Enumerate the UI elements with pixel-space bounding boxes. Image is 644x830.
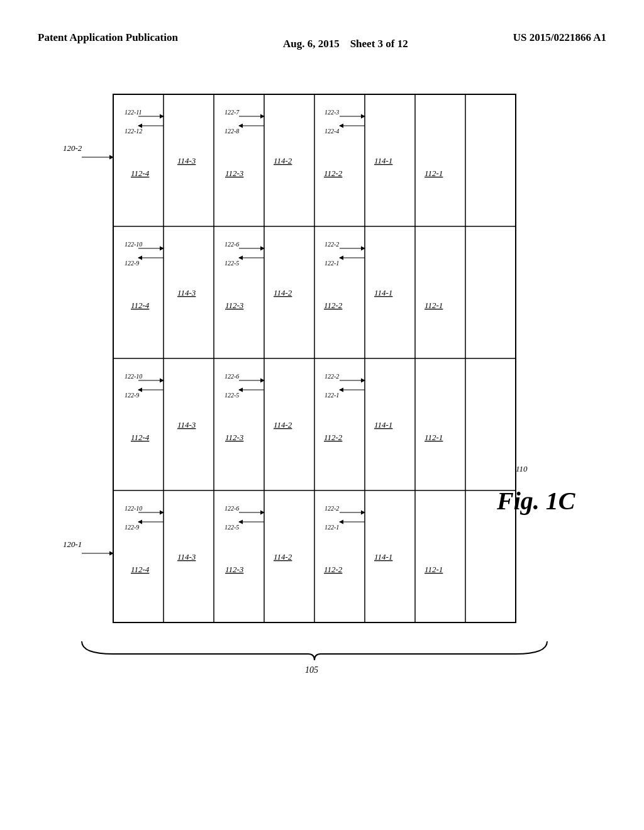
publication-date: Aug. 6, 2015 Sheet 3 of 12 (283, 30, 408, 52)
svg-text:112-3: 112-3 (225, 301, 244, 310)
svg-text:112-1: 112-1 (425, 301, 443, 310)
svg-text:122-4: 122-4 (325, 128, 339, 135)
svg-text:122-5: 122-5 (225, 260, 239, 267)
publication-number: US 2015/0221866 A1 (513, 30, 606, 45)
svg-text:122-1: 122-1 (325, 524, 339, 531)
svg-text:122-6: 122-6 (225, 505, 239, 512)
svg-text:122-7: 122-7 (225, 109, 240, 116)
svg-text:122-3: 122-3 (325, 109, 339, 116)
svg-text:114-1: 114-1 (374, 288, 392, 297)
svg-text:112-3: 112-3 (225, 565, 244, 574)
svg-text:122-6: 122-6 (225, 373, 239, 380)
svg-text:114-2: 114-2 (274, 288, 292, 297)
svg-text:112-2: 112-2 (324, 565, 343, 574)
svg-text:122-1: 122-1 (325, 392, 339, 399)
svg-text:112-3: 112-3 (225, 169, 244, 178)
svg-text:114-3: 114-3 (177, 420, 196, 429)
svg-text:112-2: 112-2 (324, 169, 343, 178)
svg-text:122-6: 122-6 (225, 241, 239, 248)
svg-text:114-3: 114-3 (177, 552, 196, 562)
svg-text:112-4: 112-4 (131, 301, 150, 310)
svg-text:114-3: 114-3 (177, 288, 196, 297)
svg-text:105: 105 (305, 665, 318, 675)
page-header: Patent Application Publication Aug. 6, 2… (0, 30, 644, 52)
svg-text:112-2: 112-2 (324, 301, 343, 310)
svg-text:122-12: 122-12 (125, 128, 142, 135)
svg-text:122-1: 122-1 (325, 260, 339, 267)
svg-text:112-4: 112-4 (131, 169, 150, 178)
svg-text:114-3: 114-3 (177, 156, 196, 165)
svg-text:122-9: 122-9 (125, 260, 139, 267)
svg-text:120-1: 120-1 (63, 540, 82, 549)
svg-text:112-4: 112-4 (131, 565, 150, 574)
svg-text:122-10: 122-10 (125, 373, 142, 380)
svg-text:122-5: 122-5 (225, 524, 239, 531)
svg-text:114-1: 114-1 (374, 552, 392, 562)
svg-text:112-2: 112-2 (324, 433, 343, 442)
publication-title: Patent Application Publication (38, 30, 178, 45)
svg-text:122-10: 122-10 (125, 241, 142, 248)
svg-text:112-1: 112-1 (425, 565, 443, 574)
svg-text:122-5: 122-5 (225, 392, 239, 399)
svg-text:122-2: 122-2 (325, 241, 339, 248)
svg-text:110: 110 (516, 464, 528, 473)
svg-text:112-1: 112-1 (425, 433, 443, 442)
svg-text:122-8: 122-8 (225, 128, 239, 135)
svg-text:112-3: 112-3 (225, 433, 244, 442)
svg-text:122-9: 122-9 (125, 392, 139, 399)
svg-text:114-2: 114-2 (274, 156, 292, 165)
svg-text:112-1: 112-1 (425, 169, 443, 178)
svg-text:114-1: 114-1 (374, 156, 392, 165)
svg-text:122-11: 122-11 (125, 109, 142, 116)
svg-text:Fig. 1C: Fig. 1C (496, 487, 576, 515)
svg-text:120-2: 120-2 (63, 143, 82, 153)
svg-text:122-9: 122-9 (125, 524, 139, 531)
svg-text:122-10: 122-10 (125, 505, 142, 512)
svg-text:122-2: 122-2 (325, 373, 339, 380)
main-diagram: 112-4 114-3 112-3 114-2 112-2 114-1 112-… (38, 82, 604, 679)
svg-text:112-4: 112-4 (131, 433, 150, 442)
svg-text:114-2: 114-2 (274, 552, 292, 562)
svg-text:122-2: 122-2 (325, 505, 339, 512)
svg-text:114-1: 114-1 (374, 420, 392, 429)
svg-text:114-2: 114-2 (274, 420, 292, 429)
